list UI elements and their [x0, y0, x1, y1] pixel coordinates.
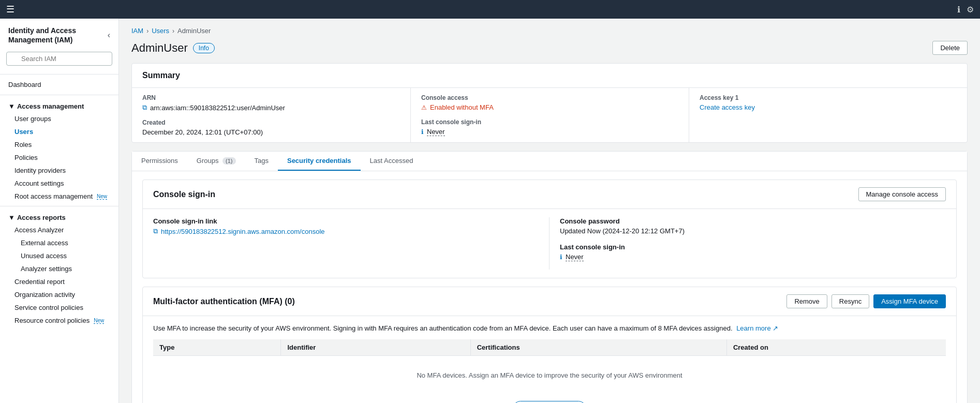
- search-input[interactable]: [6, 52, 112, 66]
- warning-icon: ⚠: [421, 104, 427, 111]
- console-link-text[interactable]: https://590183822512.signin.aws.amazon.c…: [161, 228, 325, 235]
- last-signin-never[interactable]: Never: [566, 253, 584, 261]
- resource-new-badge: New: [94, 318, 104, 324]
- manage-console-access-button[interactable]: Manage console access: [858, 187, 946, 201]
- mfa-header: Multi-factor authentication (MFA) (0) Re…: [143, 287, 956, 316]
- settings-icon[interactable]: ⚙: [967, 5, 974, 14]
- assign-mfa-center: Assign MFA device: [153, 401, 946, 403]
- summary-arn-section: ARN ⧉ arn:aws:iam::590183822512:user/Adm…: [132, 88, 410, 142]
- last-signin-text[interactable]: Never: [427, 128, 445, 136]
- tab-bar: Permissions Groups (1) Tags Security cre…: [132, 152, 967, 171]
- console-signin-card: Console sign-in Manage console access Co…: [142, 180, 957, 278]
- console-password-value: Updated Now (2024-12-20 12:12 GMT+7): [560, 227, 946, 235]
- console-last-signin-label: Last console sign-in: [560, 243, 946, 251]
- delete-button[interactable]: Delete: [932, 41, 968, 55]
- console-signin-header: Console sign-in Manage console access: [143, 180, 956, 209]
- sidebar-item-org-activity[interactable]: Organization activity: [0, 288, 118, 301]
- mfa-description: Use MFA to increase the security of your…: [153, 324, 946, 332]
- menu-icon[interactable]: ☰: [6, 4, 14, 15]
- tab-permissions[interactable]: Permissions: [132, 152, 187, 171]
- main-content-area: IAM › Users › AdminUser AdminUser Info D…: [119, 0, 980, 403]
- sidebar: Identity and Access Management (IAM) ‹ D…: [0, 0, 119, 403]
- groups-badge: (1): [222, 157, 235, 165]
- info-badge[interactable]: Info: [193, 43, 215, 53]
- mfa-table-header-row: Type Identifier Certifications Created o…: [153, 339, 946, 356]
- copy-link-icon[interactable]: ⧉: [153, 227, 158, 235]
- sidebar-section-access-management[interactable]: ▼ Access management: [0, 98, 118, 112]
- sidebar-item-roles[interactable]: Roles: [0, 138, 118, 151]
- console-link-group: Console sign-in link ⧉ https://590183822…: [153, 217, 539, 235]
- sidebar-item-access-analyzer[interactable]: Access Analyzer: [0, 223, 118, 236]
- access-management-label: Access management: [17, 102, 84, 110]
- mfa-table-body: No MFA devices. Assign an MFA device to …: [153, 356, 946, 395]
- access-reports-label: Access reports: [17, 214, 66, 221]
- console-last-signin-value: ℹ Never: [560, 253, 946, 261]
- console-signin-right: Console password Updated Now (2024-12-20…: [550, 217, 946, 270]
- assign-mfa-center-button[interactable]: Assign MFA device: [513, 401, 586, 403]
- learn-more-link[interactable]: Learn more ↗: [736, 324, 778, 332]
- sidebar-item-identity-providers[interactable]: Identity providers: [0, 164, 118, 177]
- main-content: IAM › Users › AdminUser AdminUser Info D…: [119, 19, 980, 403]
- console-access-label: Console access: [421, 94, 678, 101]
- assign-mfa-button[interactable]: Assign MFA device: [873, 294, 946, 308]
- summary-console-section: Console access ⚠ Enabled without MFA Las…: [410, 88, 689, 142]
- breadcrumb-users[interactable]: Users: [152, 27, 169, 35]
- sidebar-search-wrapper: [0, 50, 118, 71]
- sidebar-item-credential-report[interactable]: Credential report: [0, 275, 118, 288]
- tab-content: Console sign-in Manage console access Co…: [132, 171, 967, 403]
- sidebar-item-dashboard[interactable]: Dashboard: [0, 78, 118, 92]
- console-signin-title: Console sign-in: [153, 190, 215, 199]
- tab-tags[interactable]: Tags: [245, 152, 278, 171]
- breadcrumb-iam[interactable]: IAM: [131, 27, 143, 35]
- sidebar-item-policies[interactable]: Policies: [0, 151, 118, 164]
- breadcrumb: IAM › Users › AdminUser: [131, 27, 968, 35]
- arn-text: arn:aws:iam::590183822512:user/AdminUser: [150, 104, 285, 112]
- page-title-area: AdminUser Info: [131, 41, 215, 55]
- sidebar-title: Identity and Access Management (IAM): [8, 26, 108, 44]
- arn-label: ARN: [142, 94, 400, 101]
- info-circle-icon: ℹ: [421, 128, 424, 136]
- last-signin-label: Last console sign-in: [421, 118, 678, 126]
- sidebar-item-external-access[interactable]: External access: [0, 236, 118, 249]
- summary-grid: ARN ⧉ arn:aws:iam::590183822512:user/Adm…: [132, 88, 967, 142]
- sidebar-item-account-settings[interactable]: Account settings: [0, 177, 118, 190]
- console-password-label: Console password: [560, 217, 946, 225]
- copy-icon[interactable]: ⧉: [142, 103, 147, 112]
- create-access-key-link[interactable]: Create access key: [700, 103, 755, 111]
- tab-last-accessed[interactable]: Last Accessed: [361, 152, 423, 171]
- tab-groups[interactable]: Groups (1): [187, 152, 245, 171]
- tabs-and-content: Permissions Groups (1) Tags Security cre…: [131, 151, 968, 403]
- sidebar-item-resource-control-policies[interactable]: Resource control policies New: [0, 314, 118, 327]
- chevron-down-icon-2: ▼: [8, 214, 15, 221]
- breadcrumb-current: AdminUser: [177, 27, 211, 35]
- access-key-label: Access key 1: [700, 94, 957, 101]
- sidebar-header: Identity and Access Management (IAM) ‹: [0, 19, 118, 50]
- console-signin-grid: Console sign-in link ⧉ https://590183822…: [153, 217, 946, 270]
- sidebar-item-service-control-policies[interactable]: Service control policies: [0, 301, 118, 314]
- sidebar-collapse-button[interactable]: ‹: [108, 31, 110, 40]
- sidebar-item-analyzer-settings[interactable]: Analyzer settings: [0, 262, 118, 275]
- access-key-value: Create access key: [700, 103, 957, 111]
- last-signin-value: ℹ Never: [421, 128, 678, 136]
- mfa-buttons: Remove Resync Assign MFA device: [786, 294, 946, 308]
- sidebar-item-root-access[interactable]: Root access management New: [0, 190, 118, 203]
- sidebar-item-users[interactable]: Users: [0, 125, 118, 138]
- col-identifier: Identifier: [281, 339, 470, 356]
- col-certifications: Certifications: [470, 339, 726, 356]
- created-section: Created December 20, 2024, 12:01 (UTC+07…: [142, 119, 400, 136]
- sidebar-item-unused-access[interactable]: Unused access: [0, 249, 118, 262]
- arn-value: ⧉ arn:aws:iam::590183822512:user/AdminUs…: [142, 103, 400, 112]
- tab-security-credentials[interactable]: Security credentials: [278, 152, 361, 171]
- sidebar-item-user-groups[interactable]: User groups: [0, 112, 118, 125]
- mfa-title: Multi-factor authentication (MFA) (0): [153, 297, 295, 306]
- mfa-desc-text: Use MFA to increase the security of your…: [153, 324, 733, 332]
- page-title: AdminUser: [131, 41, 188, 55]
- sidebar-section-access-reports[interactable]: ▼ Access reports: [0, 210, 118, 223]
- created-label: Created: [142, 119, 400, 126]
- console-signin-body: Console sign-in link ⧉ https://590183822…: [143, 209, 956, 278]
- summary-card: Summary ARN ⧉ arn:aws:iam::590183822512:…: [131, 63, 968, 143]
- info-icon[interactable]: ℹ: [957, 5, 960, 14]
- resync-mfa-button[interactable]: Resync: [831, 294, 869, 308]
- remove-mfa-button[interactable]: Remove: [786, 294, 827, 308]
- summary-access-key-section: Access key 1 Create access key: [689, 88, 967, 142]
